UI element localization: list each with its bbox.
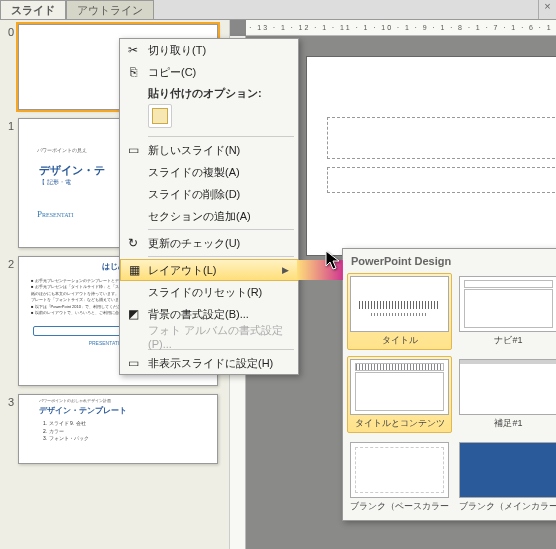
gallery-title: PowerPoint Design (347, 253, 556, 273)
layout-item-blank-main[interactable]: ブランク（メインカラー (456, 439, 556, 516)
layout-thumb (459, 276, 556, 332)
menu-paste-header: 貼り付けのオプション: (120, 83, 298, 102)
layout-item-sup1[interactable]: 補足#1 (456, 356, 556, 433)
layout-thumb (459, 359, 556, 415)
layout-item-title[interactable]: タイトル (347, 273, 452, 350)
menu-separator (148, 136, 294, 137)
cut-icon: ✂ (125, 42, 141, 58)
layout-thumb (350, 276, 449, 332)
hide-icon: ▭ (125, 355, 141, 371)
layout-thumb (350, 359, 449, 415)
thumb-number: 2 (2, 258, 14, 270)
layout-icon: ▦ (126, 262, 142, 278)
s3-list: 1. スライド 9. 会社 2. カラー 3. フォント・パック (19, 416, 217, 443)
menu-new-slide[interactable]: ▭新しいスライド(N) (120, 139, 298, 161)
layout-thumb (350, 442, 449, 498)
layout-item-blank-base[interactable]: ブランク（ベースカラー (347, 439, 452, 516)
s3-title: デザイン・テンプレート (19, 403, 217, 416)
s1-title: デザイン・テ (39, 163, 105, 178)
thumb-slide-3[interactable]: パワーポイントのおしゃれデザイン計画 デザイン・テンプレート 1. スライド 9… (18, 394, 218, 464)
tab-slide[interactable]: スライド (0, 0, 66, 19)
menu-section[interactable]: セクションの追加(A) (120, 205, 298, 227)
tab-outline[interactable]: アウトライン (66, 0, 154, 19)
slide-canvas[interactable] (306, 56, 556, 256)
paste-option-button[interactable] (148, 104, 172, 128)
menu-separator (148, 229, 294, 230)
layout-thumb (459, 442, 556, 498)
panel-tabs: スライド アウトライン × (0, 0, 556, 20)
menu-photo-album: フォト アルバムの書式設定(P)... (120, 325, 298, 347)
ruler-horizontal: · 1 · 13 · 1 · 12 · 1 · 11 · 1 · 10 · 1 … (246, 20, 556, 36)
update-icon: ↻ (125, 235, 141, 251)
menu-reset[interactable]: スライドのリセット(R) (120, 281, 298, 303)
menu-check-update[interactable]: ↻更新のチェック(U) (120, 232, 298, 254)
menu-cut[interactable]: ✂切り取り(T) (120, 39, 298, 61)
menu-paste-options (120, 102, 298, 134)
tab-close-icon[interactable]: × (538, 0, 556, 19)
menu-copy[interactable]: ⎘コピー(C) (120, 61, 298, 83)
new-slide-icon: ▭ (125, 142, 141, 158)
s3-pretitle: パワーポイントのおしゃれデザイン計画 (19, 395, 217, 403)
thumb-number: 3 (2, 396, 14, 408)
thumb-3[interactable]: 3 パワーポイントのおしゃれデザイン計画 デザイン・テンプレート 1. スライド… (0, 390, 229, 468)
layout-item-title-content[interactable]: タイトルとコンテンツ (347, 356, 452, 433)
menu-duplicate[interactable]: スライドの複製(A) (120, 161, 298, 183)
menu-layout[interactable]: ▦レイアウト(L)▶ (120, 259, 298, 281)
context-menu: ✂切り取り(T) ⎘コピー(C) 貼り付けのオプション: ▭新しいスライド(N)… (119, 38, 299, 375)
copy-icon: ⎘ (125, 64, 141, 80)
menu-separator (148, 256, 294, 257)
layout-gallery: PowerPoint Design タイトル ナビ#1 ナビ#2 タイトルとコン… (342, 248, 556, 521)
background-icon: ◩ (125, 306, 141, 322)
s1-subtitle: 【 記形・電 (39, 178, 71, 187)
s1-brand: Presentati (37, 209, 74, 219)
menu-hide-slide[interactable]: ▭非表示スライドに設定(H) (120, 352, 298, 374)
thumb-number: 1 (2, 120, 14, 132)
submenu-arrow-icon: ▶ (282, 265, 289, 275)
gallery-grid: タイトル ナビ#1 ナビ#2 タイトルとコンテンツ 補足#1 補足#2 ブランク… (347, 273, 556, 516)
s1-pretitle: パワーポイントの見え (37, 147, 87, 153)
layout-item-navi1[interactable]: ナビ#1 (456, 273, 556, 350)
menu-delete[interactable]: スライドの削除(D) (120, 183, 298, 205)
thumb-number: 0 (2, 26, 14, 38)
